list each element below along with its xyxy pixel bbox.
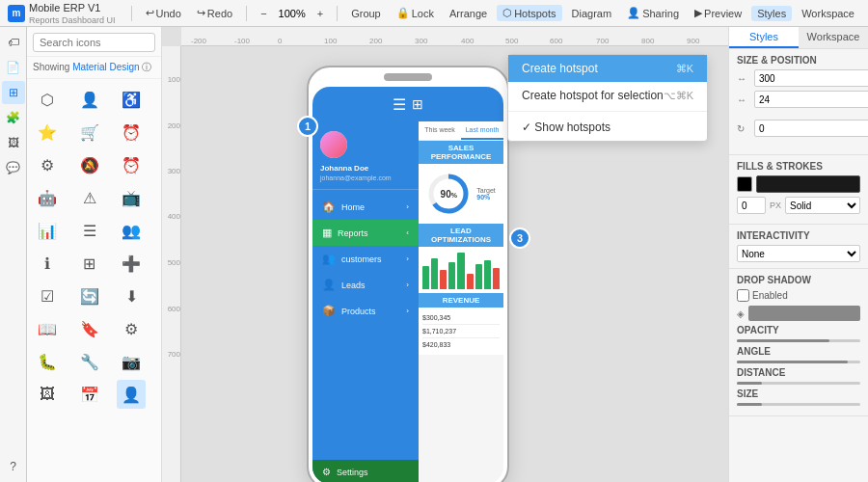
menu-item-customers[interactable]: 👥 customers › bbox=[312, 246, 419, 272]
icon-bell-off[interactable]: 🔕 bbox=[75, 150, 104, 179]
menu-item-products[interactable]: 📦 Products › bbox=[312, 298, 419, 324]
lock-button[interactable]: 🔒 Lock bbox=[391, 5, 440, 21]
icon-image[interactable]: 🖼 bbox=[33, 380, 62, 409]
fill-color-input[interactable] bbox=[756, 175, 860, 193]
icon-warning[interactable]: ⚠ bbox=[75, 183, 104, 212]
icon-list[interactable]: ☰ bbox=[75, 216, 104, 245]
preview-button[interactable]: ▶ Preview bbox=[689, 5, 747, 21]
left-btn-brands[interactable]: 🏷 bbox=[2, 31, 25, 54]
material-design-link[interactable]: Material Design bbox=[72, 62, 139, 72]
left-btn-support[interactable]: ? bbox=[2, 455, 25, 478]
sep2 bbox=[246, 6, 247, 21]
shadow-checkbox[interactable] bbox=[737, 289, 749, 302]
shadow-icon: ◈ bbox=[737, 308, 745, 319]
drop-shadow-section: DROP SHADOW Enabled ◈ OPACITY ANGLE DIST… bbox=[729, 269, 868, 416]
shadow-color-swatch[interactable] bbox=[748, 306, 860, 321]
icon-info[interactable]: ℹ bbox=[33, 249, 62, 278]
zoom-plus-button[interactable]: + bbox=[312, 6, 329, 21]
icon-robot[interactable]: 🤖 bbox=[33, 183, 62, 212]
icon-bug[interactable]: 🐛 bbox=[33, 347, 62, 376]
icon-person-small[interactable]: 👤 bbox=[117, 380, 146, 409]
icon-bar-chart[interactable]: 📊 bbox=[33, 216, 62, 245]
diagram-button[interactable]: Diagram bbox=[566, 6, 618, 21]
dropdown-create-hotspot-selection[interactable]: Create hotspot for selection ⌥⌘K bbox=[508, 82, 707, 109]
size-label: SIZE bbox=[737, 388, 860, 399]
showing-label: Showing Material Design ⓘ bbox=[27, 57, 161, 79]
icon-book[interactable]: 📖 bbox=[33, 314, 62, 343]
icon-calendar[interactable]: 📅 bbox=[75, 380, 104, 409]
menu-item-leads[interactable]: 👤 Leads › bbox=[312, 272, 419, 298]
icon-add-box[interactable]: ⊞ bbox=[75, 249, 104, 278]
profile-section: Johanna Doe johanna@example.com bbox=[312, 121, 419, 190]
tab-workspace[interactable]: Workspace bbox=[799, 27, 868, 48]
left-btn-icons[interactable]: ⊞ bbox=[2, 81, 25, 104]
hotspots-button[interactable]: ⬡ Hotspots bbox=[497, 5, 561, 21]
icon-wrench[interactable]: 🔧 bbox=[75, 347, 104, 376]
icon-alarm[interactable]: ⏰ bbox=[117, 118, 146, 147]
dropdown-show-hotspots[interactable]: ✓ Show hotspots bbox=[508, 114, 707, 141]
tab-styles[interactable]: Styles bbox=[729, 27, 799, 48]
icon-medical[interactable]: ➕ bbox=[117, 249, 146, 278]
tab-last-month[interactable]: Last month bbox=[461, 121, 503, 140]
icon-3d[interactable]: ⬡ bbox=[33, 85, 62, 114]
zoom-value: 100% bbox=[275, 7, 310, 20]
undo-button[interactable]: ↩ Undo bbox=[140, 5, 187, 21]
styles-button[interactable]: Styles bbox=[751, 6, 792, 21]
distance-slider[interactable] bbox=[737, 382, 860, 385]
workspace-button[interactable]: Workspace bbox=[796, 6, 860, 21]
icon-tv[interactable]: 📺 bbox=[117, 183, 146, 212]
left-btn-comments[interactable]: 💬 bbox=[2, 156, 25, 179]
reports-icon: ▦ bbox=[322, 227, 332, 239]
icon-settings[interactable]: ⚙ bbox=[33, 150, 62, 179]
left-btn-components[interactable]: 🧩 bbox=[2, 106, 25, 129]
menu-item-home[interactable]: 🏠 Home › bbox=[312, 194, 419, 220]
icon-star[interactable]: ⭐ bbox=[33, 118, 62, 147]
revenue-item-3: $420,833 bbox=[422, 338, 500, 351]
icon-alarm-off[interactable]: ⏰ bbox=[117, 150, 146, 179]
icon-person-add[interactable]: 👥 bbox=[117, 216, 146, 245]
r-input[interactable] bbox=[754, 120, 868, 137]
left-btn-images[interactable]: 🖼 bbox=[2, 131, 25, 154]
border-width-input[interactable] bbox=[737, 197, 766, 214]
icon-shopping-cart[interactable]: 🛒 bbox=[75, 118, 104, 147]
left-btn-pages[interactable]: 📄 bbox=[2, 56, 25, 79]
menu-item-settings[interactable]: ⚙ Settings bbox=[312, 460, 419, 482]
x-input[interactable] bbox=[754, 69, 868, 87]
top-toolbar: m Mobile ERP V1 Reports Dashboard UI ↩ U… bbox=[0, 0, 868, 27]
size-slider[interactable] bbox=[737, 403, 860, 406]
icon-download[interactable]: ⬇ bbox=[117, 281, 146, 310]
menu-item-reports[interactable]: ▦ Reports ‹ bbox=[312, 220, 419, 246]
menu-item-reports-label: Reports bbox=[338, 228, 368, 238]
arrange-button[interactable]: Arrange bbox=[444, 6, 493, 21]
tab-this-week[interactable]: This week bbox=[419, 121, 461, 140]
icon-bookmark[interactable]: 🔖 bbox=[75, 314, 104, 343]
fill-color-swatch[interactable] bbox=[737, 176, 752, 192]
size-position-title: SIZE & POSITION bbox=[737, 55, 860, 66]
interactivity-select[interactable]: None Link Hotspot bbox=[737, 245, 860, 262]
bar-5 bbox=[457, 253, 464, 289]
icon-refresh[interactable]: 🔄 bbox=[75, 281, 104, 310]
icon-person[interactable]: 👤 bbox=[75, 85, 104, 114]
icon-checkbox[interactable]: ☑ bbox=[33, 281, 62, 310]
hotspot-3[interactable]: 3 bbox=[509, 228, 530, 249]
zoom-minus-button[interactable]: − bbox=[255, 6, 272, 21]
sharing-button[interactable]: 👤 Sharing bbox=[621, 5, 685, 21]
canvas-area[interactable]: -200 -100 0 100 200 300 400 500 600 700 … bbox=[162, 27, 728, 482]
bar-4 bbox=[448, 262, 455, 289]
search-input[interactable] bbox=[33, 33, 155, 52]
icon-accessibility[interactable]: ♿ bbox=[117, 85, 146, 114]
opacity-slider[interactable] bbox=[737, 339, 860, 342]
border-style-select[interactable]: Solid Dashed Dotted bbox=[785, 197, 860, 214]
redo-button[interactable]: ↪ Redo bbox=[191, 5, 238, 21]
menu-item-customers-label: customers bbox=[341, 254, 382, 264]
icon-camera[interactable]: 📷 bbox=[117, 347, 146, 376]
dropdown-create-hotspot[interactable]: Create hotspot ⌘K bbox=[508, 55, 707, 82]
group-button[interactable]: Group bbox=[345, 6, 387, 21]
drop-shadow-enabled[interactable]: Enabled bbox=[737, 289, 860, 302]
icon-settings-2[interactable]: ⚙ bbox=[117, 314, 146, 343]
hotspot-1[interactable]: 1 bbox=[297, 116, 318, 137]
bar-2 bbox=[431, 258, 438, 289]
main-area: 🏷 📄 ⊞ 🧩 🖼 💬 ? Showing Material Design ⓘ … bbox=[0, 27, 868, 482]
w-input[interactable] bbox=[754, 91, 868, 108]
angle-slider[interactable] bbox=[737, 361, 860, 363]
